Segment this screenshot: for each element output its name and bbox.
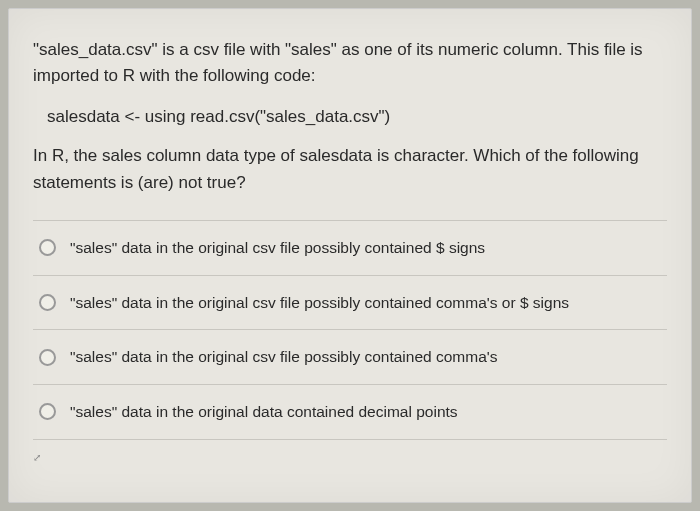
option-label: "sales" data in the original csv file po…: [70, 346, 498, 368]
question-card: "sales_data.csv" is a csv file with "sal…: [8, 8, 692, 503]
option-label: "sales" data in the original csv file po…: [70, 237, 485, 259]
question-code: salesdata <- using read.csv("sales_data.…: [47, 104, 667, 130]
option-label: "sales" data in the original data contai…: [70, 401, 458, 423]
move-icon: ⤢: [33, 452, 49, 468]
question-paragraph-1: "sales_data.csv" is a csv file with "sal…: [33, 37, 667, 90]
radio-icon[interactable]: [39, 239, 56, 256]
option-row[interactable]: "sales" data in the original csv file po…: [33, 221, 667, 276]
option-row[interactable]: "sales" data in the original csv file po…: [33, 330, 667, 385]
radio-icon[interactable]: [39, 403, 56, 420]
option-label: "sales" data in the original csv file po…: [70, 292, 569, 314]
option-row[interactable]: "sales" data in the original csv file po…: [33, 276, 667, 331]
radio-icon[interactable]: [39, 349, 56, 366]
radio-icon[interactable]: [39, 294, 56, 311]
option-row[interactable]: "sales" data in the original data contai…: [33, 385, 667, 440]
options-list: "sales" data in the original csv file po…: [33, 220, 667, 440]
question-paragraph-2: In R, the sales column data type of sale…: [33, 143, 667, 196]
